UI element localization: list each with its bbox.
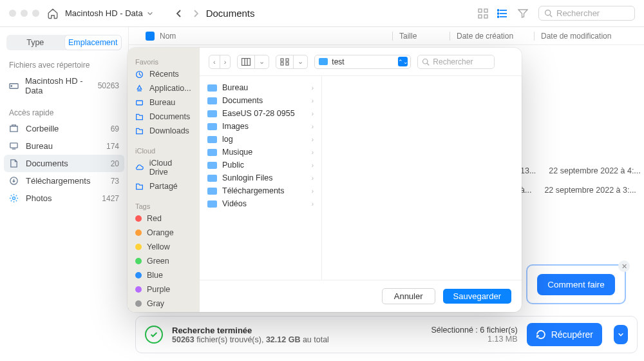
dialog-back-button[interactable]: ‹ bbox=[209, 55, 220, 68]
status-title: Recherche terminée bbox=[172, 326, 329, 335]
recover-dropdown[interactable] bbox=[614, 325, 628, 344]
dialog-view-grid[interactable]: ⌄ bbox=[276, 55, 308, 69]
dialog-tag-gray[interactable]: Gray bbox=[128, 297, 200, 311]
folder-icon bbox=[207, 110, 217, 117]
fav-icon bbox=[135, 70, 144, 79]
path-selector[interactable]: test ⌃⌄ bbox=[314, 55, 411, 69]
svg-rect-27 bbox=[286, 63, 289, 65]
close-dot[interactable] bbox=[9, 10, 16, 17]
svg-point-13 bbox=[11, 85, 12, 86]
chevron-right-icon: › bbox=[312, 110, 314, 117]
dialog-folder-row[interactable]: EaseUS 07-28 0955› bbox=[200, 107, 321, 120]
dialog-fav-récents[interactable]: Récents bbox=[128, 67, 200, 81]
svg-point-7 bbox=[498, 10, 499, 11]
col-modified[interactable]: Date de modification bbox=[535, 32, 644, 41]
dialog-tag-green[interactable]: Green bbox=[128, 254, 200, 268]
sidebar-drive[interactable]: Macintosh HD - Data 50263 bbox=[0, 72, 128, 99]
recover-button[interactable]: Récupérer bbox=[527, 323, 602, 346]
select-all-checkbox[interactable] bbox=[146, 32, 155, 41]
dialog-folder-row[interactable]: Musique› bbox=[200, 146, 321, 159]
back-button[interactable] bbox=[175, 9, 183, 18]
quick-section-label: Accès rapide bbox=[0, 106, 128, 120]
sidebar-item-corbeille[interactable]: Corbeille69 bbox=[0, 120, 128, 137]
minimize-dot[interactable] bbox=[21, 10, 28, 17]
tag-dot-icon bbox=[135, 215, 142, 222]
chevron-down-icon[interactable]: ⌄ bbox=[255, 55, 269, 68]
dialog-tag-blue[interactable]: Blue bbox=[128, 268, 200, 282]
col-created[interactable]: Date de création bbox=[450, 32, 534, 41]
dialog-folder-row[interactable]: Documents› bbox=[200, 94, 321, 107]
sidebar-item-photos[interactable]: Photos1427 bbox=[0, 190, 128, 207]
list-view-icon[interactable] bbox=[497, 8, 507, 19]
cancel-button[interactable]: Annuler bbox=[382, 288, 435, 304]
dialog-forward-button[interactable]: › bbox=[220, 55, 231, 68]
help-button[interactable]: Comment faire bbox=[537, 274, 615, 295]
left-sidebar: Type Emplacement Fichiers avec répertoir… bbox=[0, 27, 129, 309]
folder-icon bbox=[207, 162, 217, 169]
drive-label: Macintosh HD - Data bbox=[65, 8, 143, 18]
svg-rect-21 bbox=[242, 58, 251, 65]
dialog-folder-row[interactable]: log› bbox=[200, 133, 321, 146]
dialog-tag-yellow[interactable]: Yellow bbox=[128, 240, 200, 254]
drive-selector[interactable]: Macintosh HD - Data bbox=[65, 8, 153, 18]
status-text: Recherche terminée 50263 fichier(s) trou… bbox=[172, 326, 329, 344]
svg-point-17 bbox=[12, 197, 15, 199]
dialog-view-columns[interactable]: ⌄ bbox=[237, 55, 269, 69]
folder-icon bbox=[207, 175, 217, 182]
sidebar-item-documents[interactable]: Documents20 bbox=[4, 155, 124, 172]
forward-button[interactable] bbox=[192, 9, 200, 18]
folder-icon bbox=[207, 123, 217, 130]
chevron-right-icon: › bbox=[312, 162, 314, 169]
fav-icon bbox=[135, 113, 144, 121]
dialog-folder-list: Bureau›Documents›EaseUS 07-28 0955›Image… bbox=[200, 76, 322, 280]
dialog-folder-row[interactable]: Public› bbox=[200, 159, 321, 171]
svg-line-11 bbox=[550, 15, 552, 17]
folder-icon bbox=[207, 84, 217, 92]
svg-rect-20 bbox=[137, 101, 143, 105]
col-name[interactable]: Nom bbox=[160, 32, 176, 41]
dialog-preview-pane bbox=[322, 76, 522, 280]
icloud-section: iCloud bbox=[128, 143, 200, 156]
chevron-right-icon: › bbox=[312, 97, 314, 104]
file-row-peek[interactable]: à... 22 septembre 2022 à 3:... bbox=[520, 186, 636, 195]
dialog-fav-downloads[interactable]: Downloads bbox=[128, 124, 200, 138]
dialog-fav-documents[interactable]: Documents bbox=[128, 110, 200, 124]
tab-location[interactable]: Emplacement bbox=[64, 35, 122, 50]
svg-rect-25 bbox=[286, 59, 289, 61]
chevron-right-icon: › bbox=[312, 123, 314, 130]
chevron-down-icon[interactable]: ⌄ bbox=[294, 55, 307, 68]
dialog-tag-orange[interactable]: Orange bbox=[128, 226, 200, 240]
svg-rect-0 bbox=[478, 9, 482, 12]
dialog-folder-row[interactable]: Images› bbox=[200, 120, 321, 133]
sidebar-icon bbox=[9, 141, 19, 151]
nav-arrows bbox=[175, 9, 200, 18]
dialog-tag-red[interactable]: Red bbox=[128, 211, 200, 226]
dialog-folder-row[interactable]: Vidéos› bbox=[200, 197, 321, 210]
grid-view-icon[interactable] bbox=[478, 8, 488, 19]
close-icon[interactable]: ✕ bbox=[618, 260, 630, 272]
zoom-dot[interactable] bbox=[32, 10, 39, 17]
dialog-folder-row[interactable]: Téléchargements› bbox=[200, 184, 321, 197]
dialog-icloud-icloud-drive[interactable]: iCloud Drive bbox=[128, 156, 200, 179]
dialog-search-input[interactable]: Rechercher bbox=[417, 55, 495, 69]
sidebar-tabs: Type Emplacement bbox=[6, 35, 122, 50]
search-input[interactable]: Rechercher bbox=[538, 6, 635, 21]
home-icon[interactable] bbox=[47, 8, 59, 19]
svg-rect-14 bbox=[10, 143, 17, 148]
save-button[interactable]: Sauvegarder bbox=[443, 289, 511, 304]
filter-icon[interactable] bbox=[518, 8, 528, 19]
sidebar-item-bureau[interactable]: Bureau174 bbox=[0, 137, 128, 155]
icloud-icon bbox=[135, 182, 144, 191]
svg-point-28 bbox=[423, 59, 428, 64]
dialog-folder-row[interactable]: Bureau› bbox=[200, 81, 321, 94]
sidebar-item-téléchargements[interactable]: Téléchargements73 bbox=[0, 172, 128, 190]
dialog-fav-applicatio...[interactable]: Applicatio... bbox=[128, 81, 200, 95]
search-placeholder: Rechercher bbox=[556, 8, 600, 18]
file-row-peek[interactable]: 13... 22 septembre 2022 à 4:... bbox=[520, 166, 641, 175]
dialog-folder-row[interactable]: Sunlogin Files› bbox=[200, 171, 321, 184]
dialog-tag-purple[interactable]: Purple bbox=[128, 282, 200, 297]
col-size[interactable]: Taille bbox=[393, 32, 450, 41]
dialog-fav-bureau[interactable]: Bureau bbox=[128, 95, 200, 110]
dialog-icloud-partagé[interactable]: Partagé bbox=[128, 179, 200, 193]
tab-type[interactable]: Type bbox=[6, 35, 64, 50]
